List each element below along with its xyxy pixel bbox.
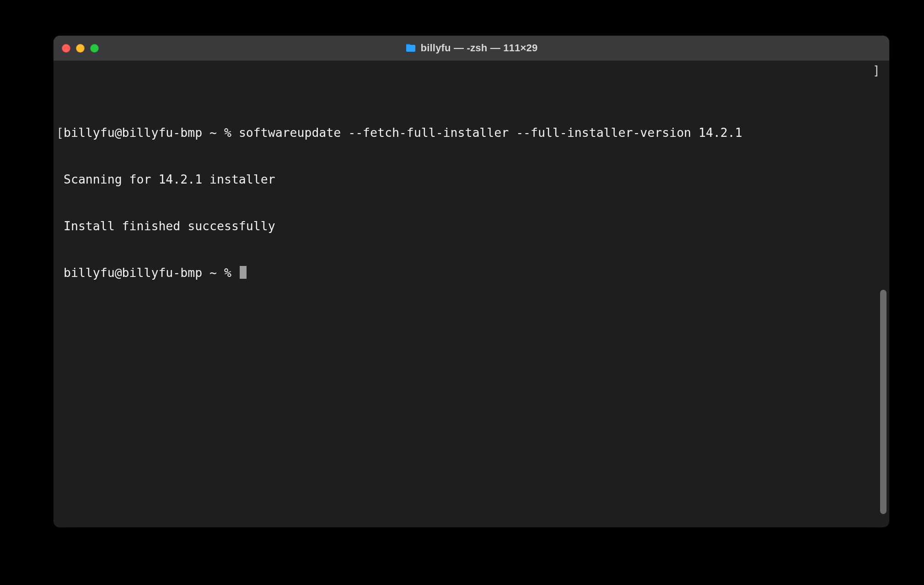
scrollbar-thumb[interactable] — [880, 290, 886, 514]
minimize-icon[interactable] — [76, 44, 85, 53]
prompt-1: billyfu@billyfu-bmp ~ % — [64, 125, 239, 140]
command-1: softwareupdate --fetch-full-installer --… — [239, 125, 742, 140]
output-line-2: Install finished successfully — [64, 219, 275, 233]
cursor-icon — [240, 266, 247, 279]
maximize-icon[interactable] — [90, 44, 99, 53]
traffic-lights — [54, 44, 99, 53]
terminal-window: billyfu — -zsh — 111×29 [billyfu@billyfu… — [54, 36, 889, 527]
terminal-body[interactable]: [billyfu@billyfu-bmp ~ % softwareupdate … — [54, 61, 889, 527]
terminal-output[interactable]: [billyfu@billyfu-bmp ~ % softwareupdate … — [56, 94, 886, 312]
scrollbar-track[interactable] — [879, 61, 888, 526]
folder-icon — [405, 43, 416, 53]
close-icon[interactable] — [62, 44, 70, 53]
left-bracket: [ — [56, 125, 64, 140]
titlebar[interactable]: billyfu — -zsh — 111×29 — [54, 36, 889, 61]
window-title: billyfu — -zsh — 111×29 — [421, 42, 538, 54]
prompt-2: billyfu@billyfu-bmp ~ % — [64, 265, 239, 280]
output-line-1: Scanning for 14.2.1 installer — [64, 172, 275, 186]
